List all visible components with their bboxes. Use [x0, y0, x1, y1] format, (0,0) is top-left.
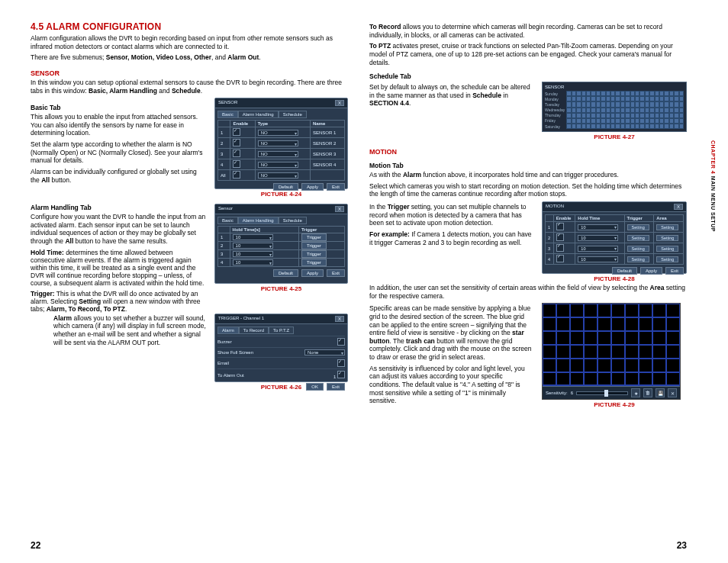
basic-tab-heading: Basic Tab	[31, 104, 207, 111]
handling-p1: Configure how you want the DVR to handle…	[31, 213, 207, 246]
motion-p6: Specific areas can be made sensitive by …	[369, 304, 534, 361]
motion-p2: Select which cameras you wish to start r…	[369, 182, 687, 198]
star-icon: ★	[631, 388, 640, 397]
ok-button: OK	[306, 383, 324, 391]
page-number: 22	[31, 540, 40, 551]
basic-p3: Alarms can be individually configured or…	[31, 168, 207, 184]
motion-p1: As with the Alarm function above, it inc…	[369, 171, 687, 179]
page-23: To Record allows you to determine which …	[369, 21, 687, 542]
close-icon: ✕	[668, 388, 677, 397]
intro-paragraph-1: Alarm configuration allows the DVR to be…	[31, 34, 348, 50]
figure-4-28: MOTIONX EnableHold TimeTriggerArea 110Se…	[542, 201, 687, 274]
exit-button: Exit	[327, 383, 345, 391]
figure-4-26: TRIGGER - Channel 1X Alarm To Record To …	[214, 314, 348, 382]
alarm-handling-heading: Alarm Handling Tab	[31, 204, 207, 211]
checkbox-icon	[233, 128, 240, 136]
sensitivity-slider	[576, 391, 628, 395]
sensor-intro: In this window you can setup optional ex…	[31, 79, 348, 95]
tab-schedule: Schedule	[279, 111, 307, 118]
hold-time-definition: Hold Time: determines the time allowed b…	[31, 249, 207, 287]
motion-tab-heading: Motion Tab	[369, 162, 687, 169]
default-button: Default	[273, 183, 298, 191]
area-toolbar: Sensitivity: 6 ★ 🗑 💾 ✕	[543, 386, 680, 399]
figure-4-25: SensorX Basic Alarm Handling Schedule Ho…	[214, 204, 348, 284]
close-icon: X	[335, 316, 344, 322]
to-record-paragraph: To Record allows you to determine which …	[369, 23, 687, 39]
motion-p7: As sensitivity is influenced by color an…	[369, 365, 534, 405]
figure-caption: PICTURE 4-28	[542, 275, 687, 282]
tab-alarm-handling: Alarm Handling	[238, 111, 279, 118]
basic-p2: Set the alarm type according to whether …	[31, 140, 207, 165]
save-icon: 💾	[656, 388, 665, 397]
close-icon: X	[335, 100, 344, 106]
schedule-days: SundayMondayTuesdayWednesdayThursdayFrid…	[545, 91, 566, 129]
close-icon: X	[674, 204, 683, 210]
page-22: 4.5 ALARM CONFIGURATION Alarm configurat…	[31, 21, 348, 542]
basic-p1: This allows you to enable the input from…	[31, 113, 207, 137]
apply-button: Apply	[301, 183, 324, 191]
motion-p3: In the Trigger setting, you can set mult…	[369, 203, 534, 227]
intro-paragraph-2: There are five submenus; Sensor, Motion,…	[31, 53, 348, 62]
sensor-table: EnableTypeName 1NOSENSOR 1 2NOSENSOR 2 3…	[217, 120, 345, 181]
figure-caption: PICTURE 4-24	[214, 191, 348, 198]
figure-caption: PICTURE 4-25	[214, 285, 348, 292]
to-ptz-paragraph: To PTZ activates preset, cruise or track…	[369, 42, 687, 66]
schedule-paragraph: Set by default to always on, the schedul…	[369, 83, 534, 108]
tab-basic: Basic	[217, 111, 238, 118]
trash-icon: 🗑	[643, 388, 652, 397]
sensor-heading: SENSOR	[31, 69, 348, 77]
schedule-tab-heading: Schedule Tab	[369, 72, 687, 80]
schedule-cells	[566, 91, 684, 129]
figure-4-29: Sensitivity: 6 ★ 🗑 💾 ✕	[542, 303, 681, 400]
figure-caption: PICTURE 4-27	[542, 134, 687, 140]
exit-button: Exit	[327, 183, 345, 191]
trigger-definition: Trigger: This is what the DVR will do on…	[31, 290, 207, 347]
close-icon: X	[335, 206, 344, 212]
figure-4-24: SENSORX Basic Alarm Handling Schedule En…	[214, 98, 348, 189]
section-heading: 4.5 ALARM CONFIGURATION	[31, 21, 348, 32]
figure-4-27: SENSOR SundayMondayTuesdayWednesdayThurs…	[542, 82, 687, 132]
chapter-tab: CHAPTER 4 MAIN MENU SETUP	[705, 140, 716, 232]
page-number: 23	[677, 540, 687, 551]
motion-p4: For example: If Camera 1 detects motion,…	[369, 230, 534, 246]
figure-caption: PICTURE 4-29	[542, 401, 687, 408]
motion-p5: In addition, the user can set the sensit…	[369, 284, 687, 300]
motion-heading: MOTION	[369, 148, 687, 156]
